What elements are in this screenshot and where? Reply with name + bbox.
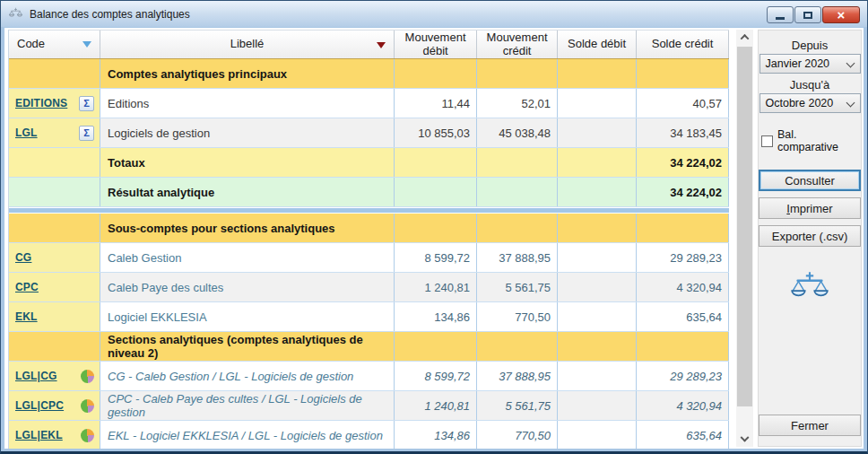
amount-cell: 134,86 (395, 421, 477, 449)
amount-cell: 52,01 (477, 89, 558, 118)
amount-cell (558, 302, 637, 331)
vertical-scrollbar[interactable] (736, 30, 753, 447)
code-link[interactable]: LGL|EKL (15, 429, 63, 441)
bal-comparative-checkbox[interactable] (761, 135, 773, 147)
imprimer-button[interactable]: Imprimer (759, 197, 861, 219)
amount-cell (477, 59, 558, 88)
table-row: CPCCaleb Paye des cultes1 240,815 561,75… (9, 273, 729, 302)
amount-cell (558, 118, 637, 147)
table-row: LGL|CGCG - Caleb Gestion / LGL - Logicie… (9, 362, 729, 391)
sort-down-icon (82, 41, 91, 48)
exporter-label: Exporter (.csv) (772, 230, 848, 243)
code-cell: CG (9, 243, 100, 272)
libelle-cell: Résultat analytique (100, 178, 395, 206)
amount-cell: 29 289,23 (637, 362, 729, 390)
amount-cell (395, 59, 477, 88)
code-link[interactable]: EDITIONS (15, 97, 67, 109)
code-cell: EDITIONSΣ (9, 89, 100, 118)
column-header-label: Code (17, 38, 45, 51)
code-link[interactable]: LGL|CPC (15, 399, 64, 412)
chevron-down-icon (846, 99, 855, 108)
app-scales-icon (8, 7, 23, 21)
code-link[interactable]: EKL (15, 310, 38, 323)
amount-cell: 770,50 (477, 421, 558, 449)
amount-cell: 1 240,81 (395, 273, 477, 301)
pie-chart-icon[interactable] (81, 370, 94, 383)
column-header-label: Solde débit (568, 38, 626, 51)
table-row: LGL|EKLEKL - Logiciel EKKLESIA / LGL - L… (9, 421, 729, 449)
maximize-icon (803, 12, 812, 19)
amount-cell (558, 178, 637, 206)
exporter-csv-button[interactable]: Exporter (.csv) (759, 225, 861, 247)
amount-cell (558, 59, 637, 88)
close-button[interactable]: × (822, 6, 860, 23)
column-header-solde-debit[interactable]: Solde débit (558, 31, 637, 58)
minimize-button[interactable] (767, 6, 794, 23)
code-cell: EKL (9, 302, 100, 331)
amount-cell (637, 214, 729, 242)
amount-cell: 770,50 (477, 302, 558, 331)
code-link[interactable]: CG (15, 251, 31, 264)
amount-cell (395, 214, 477, 242)
amount-cell (637, 59, 729, 88)
maximize-button[interactable] (794, 6, 821, 23)
amount-cell (477, 178, 558, 206)
depuis-select[interactable]: Janvier 2020 (760, 54, 861, 74)
pie-chart-icon[interactable] (81, 399, 94, 413)
column-header-mouvement-credit[interactable]: Mouvement crédit (477, 31, 558, 58)
consulter-label: Consulter (785, 174, 835, 188)
scroll-down-button[interactable] (736, 432, 753, 447)
side-panel: Depuis Janvier 2020 Jusqu'à Octobre 2020… (758, 30, 862, 447)
amount-cell: 11,44 (395, 89, 477, 118)
jusqua-select[interactable]: Octobre 2020 (760, 93, 861, 113)
chevron-up-icon (741, 33, 750, 42)
close-icon: × (838, 8, 846, 22)
amount-cell: 37 888,95 (477, 362, 558, 390)
column-header-solde-credit[interactable]: Solde crédit (637, 31, 729, 58)
table-row: Sections analytiques (comptes analytique… (9, 332, 729, 362)
sort-down-icon (377, 42, 386, 48)
code-link[interactable]: LGL (15, 127, 38, 139)
amount-cell: 4 320,94 (637, 391, 729, 420)
scrollbar-thumb[interactable] (737, 47, 752, 406)
amount-cell: 34 183,45 (637, 118, 729, 147)
column-header-label: Libellé (230, 38, 265, 51)
amount-cell (558, 332, 637, 361)
code-link[interactable]: CPC (15, 281, 39, 293)
libelle-cell: Logiciel EKKLESIA (100, 302, 395, 331)
sigma-icon[interactable]: Σ (79, 96, 94, 111)
table-header: Code Libellé Mouvement débit Mouvement c… (9, 30, 729, 59)
column-header-code[interactable]: Code (9, 31, 100, 58)
amount-cell: 5 561,75 (477, 273, 558, 301)
section-separator (9, 207, 729, 214)
amount-cell (477, 332, 558, 361)
amount-cell (558, 391, 637, 420)
libelle-cell: EKL - Logiciel EKKLESIA / LGL - Logiciel… (100, 421, 395, 449)
amount-cell: 134,86 (395, 302, 477, 331)
column-header-mouvement-debit[interactable]: Mouvement débit (395, 31, 477, 58)
code-cell (9, 59, 100, 88)
table-row: Totaux34 224,02 (9, 148, 729, 178)
code-link[interactable]: LGL|CG (15, 370, 57, 382)
amount-cell: 34 224,02 (637, 148, 729, 177)
consulter-button[interactable]: Consulter (759, 170, 861, 191)
amount-cell (558, 148, 637, 177)
client-area: Code Libellé Mouvement débit Mouvement c… (4, 28, 864, 449)
code-cell (9, 214, 100, 242)
column-header-libelle[interactable]: Libellé (100, 31, 395, 58)
amount-cell (558, 273, 637, 301)
amount-cell (558, 89, 637, 118)
jusqua-label: Jusqu'à (790, 78, 829, 92)
balance-scales-icon (789, 270, 830, 311)
scroll-up-button[interactable] (736, 30, 753, 44)
minimize-icon (776, 17, 785, 20)
sigma-icon[interactable]: Σ (79, 126, 94, 141)
app-window: Balance des comptes analytiques × Code L… (0, 0, 868, 454)
fermer-button[interactable]: Fermer (759, 415, 861, 436)
depuis-label: Depuis (792, 39, 828, 52)
table-row: LGL|CPCCPC - Caleb Paye des cultes / LGL… (9, 391, 729, 421)
amount-cell: 10 855,03 (395, 118, 477, 147)
amount-cell: 45 038,48 (477, 118, 558, 147)
bal-comparative-row: Bal. comparative (761, 128, 861, 153)
pie-chart-icon[interactable] (81, 429, 94, 442)
